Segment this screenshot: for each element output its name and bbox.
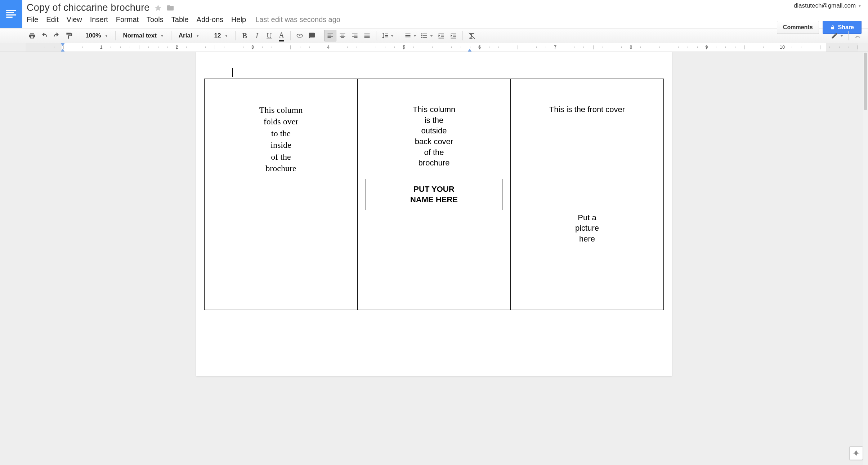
docs-logo-icon <box>6 10 16 18</box>
brochure-col-3[interactable]: This is the front cover Put apicturehere <box>511 79 663 310</box>
menu-table[interactable]: Table <box>171 15 189 24</box>
bold-button[interactable]: B <box>238 30 251 41</box>
col1-text[interactable]: This columnfolds overto theinsideof theb… <box>210 104 352 174</box>
font-family-select[interactable]: Arial▼ <box>174 30 204 41</box>
insert-link-button[interactable] <box>294 30 306 41</box>
brochure-table[interactable]: This columnfolds overto theinsideof theb… <box>204 79 664 310</box>
decrease-indent-button[interactable] <box>435 30 447 41</box>
left-indent-marker[interactable] <box>61 49 65 52</box>
paint-format-button[interactable] <box>63 30 75 41</box>
docs-home-button[interactable] <box>0 0 22 28</box>
menu-file[interactable]: File <box>27 15 38 24</box>
font-size-select[interactable]: 12▼ <box>210 30 233 41</box>
paragraph-style-select[interactable]: Normal text▼ <box>118 30 168 41</box>
italic-button[interactable]: I <box>251 30 263 41</box>
redo-button[interactable] <box>50 30 63 41</box>
explore-button[interactable] <box>849 446 863 460</box>
chevron-down-icon: ▼ <box>858 4 862 8</box>
page-1[interactable]: This columnfolds overto theinsideof theb… <box>196 52 672 376</box>
folder-icon[interactable] <box>166 4 174 12</box>
user-email-label: dlastutech@gmail.com <box>794 2 856 9</box>
menu-bar: File Edit View Insert Format Tools Table… <box>27 13 777 24</box>
star-icon[interactable] <box>154 4 162 12</box>
underline-button[interactable]: U <box>263 30 275 41</box>
bulleted-list-button[interactable] <box>419 30 435 41</box>
menu-addons[interactable]: Add-ons <box>197 15 224 24</box>
menu-format[interactable]: Format <box>116 15 139 24</box>
document-canvas[interactable]: This columnfolds overto theinsideof theb… <box>0 52 868 465</box>
col3-picture-placeholder[interactable]: Put apicturehere <box>516 212 658 244</box>
text-color-button[interactable]: A <box>275 30 287 41</box>
header-right: dlastutech@gmail.com ▼ Comments Share <box>777 0 868 28</box>
explore-icon <box>853 449 860 457</box>
menu-view[interactable]: View <box>67 15 82 24</box>
brochure-col-1[interactable]: This columnfolds overto theinsideof theb… <box>205 79 358 310</box>
menu-help[interactable]: Help <box>231 15 246 24</box>
last-edit-label[interactable]: Last edit was seconds ago <box>255 15 340 24</box>
line-spacing-button[interactable] <box>379 30 396 41</box>
svg-point-0 <box>421 33 422 34</box>
lock-icon <box>830 25 835 30</box>
menu-tools[interactable]: Tools <box>147 15 164 24</box>
align-right-button[interactable] <box>349 30 361 41</box>
align-justify-button[interactable] <box>361 30 373 41</box>
insert-comment-button[interactable] <box>306 30 318 41</box>
numbered-list-button[interactable] <box>402 30 419 41</box>
undo-button[interactable] <box>38 30 50 41</box>
brochure-col-2[interactable]: This columnis theoutsideback coverof the… <box>358 79 511 310</box>
horizontal-ruler[interactable]: 12345678910 <box>0 43 868 52</box>
clear-formatting-button[interactable] <box>466 30 478 41</box>
text-align-group <box>324 30 373 41</box>
print-button[interactable] <box>26 30 38 41</box>
text-cursor <box>232 68 233 77</box>
menu-edit[interactable]: Edit <box>46 15 58 24</box>
comments-button[interactable]: Comments <box>777 21 819 34</box>
editing-mode-button[interactable] <box>829 30 845 41</box>
menu-insert[interactable]: Insert <box>90 15 108 24</box>
document-title[interactable]: Copy of chiccarine brochure <box>27 2 150 13</box>
svg-point-1 <box>421 35 422 36</box>
align-center-button[interactable] <box>336 30 349 41</box>
name-box[interactable]: PUT YOURNAME HERE <box>366 179 502 210</box>
right-indent-marker[interactable] <box>467 49 472 52</box>
vertical-scrollbar[interactable] <box>863 52 868 465</box>
col3-title[interactable]: This is the front cover <box>516 104 658 115</box>
toolbar: 100%▼ Normal text▼ Arial▼ 12▼ B I U A ︽ <box>0 28 868 43</box>
account-menu[interactable]: dlastutech@gmail.com ▼ <box>794 2 862 9</box>
increase-indent-button[interactable] <box>447 30 460 41</box>
col2-text[interactable]: This columnis theoutsideback coverof the… <box>363 104 505 168</box>
svg-point-2 <box>421 37 422 38</box>
scrollbar-thumb[interactable] <box>864 53 867 110</box>
col2-divider <box>368 175 500 175</box>
first-line-indent-marker[interactable] <box>61 43 65 46</box>
collapse-toolbar-button[interactable]: ︽ <box>851 32 864 40</box>
title-area: Copy of chiccarine brochure File Edit Vi… <box>22 0 777 28</box>
align-left-button[interactable] <box>324 30 336 41</box>
title-bar: Copy of chiccarine brochure File Edit Vi… <box>0 0 868 28</box>
zoom-select[interactable]: 100%▼ <box>81 30 112 41</box>
